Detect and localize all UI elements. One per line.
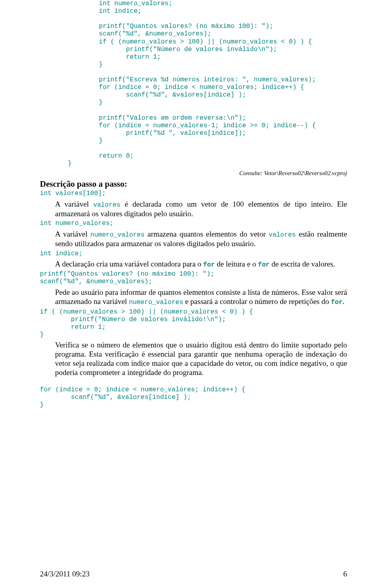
text: A declaração cria uma variável contadora… xyxy=(55,260,203,268)
para-valores: A variável valores é declarada como um v… xyxy=(55,199,347,219)
para-if-check: Verifica se o número de elementos que o … xyxy=(55,340,347,377)
inline-code-bold: for xyxy=(203,261,215,268)
text: de escrita de valores. xyxy=(270,260,335,268)
code-printf-scanf: printf("Quantos valores? (no máximo 100)… xyxy=(40,270,347,286)
text: de leitura e o xyxy=(215,260,258,268)
page-footer: 24/3/2011 09:23 6 xyxy=(40,570,347,578)
para-indice: A declaração cria uma variável contadora… xyxy=(55,259,347,269)
inline-code: numero_valores xyxy=(129,299,183,306)
para-printf-scanf: Pede ao usuário para informar de quantos… xyxy=(55,288,347,307)
text: A variável xyxy=(55,200,93,208)
footer-timestamp: 24/3/2011 09:23 xyxy=(40,570,89,578)
consult-path: Consulte: Vetor\Reverso02\Reverso02.vcpr… xyxy=(40,170,347,177)
inline-code-bold: for xyxy=(258,261,270,268)
text: armazena quantos elementos do vetor xyxy=(145,230,269,238)
code-block-top: int numero_valores; int indice; printf("… xyxy=(40,0,347,168)
code-for-scan: for (indice = 0; indice < numero_valores… xyxy=(40,386,347,409)
footer-page-number: 6 xyxy=(344,570,347,578)
text: e passará a controlar o número de repeti… xyxy=(183,297,331,306)
code-decl-numero-valores: int numero_valores; xyxy=(40,220,347,227)
code-if-check: if ( (numero_valores > 100) || (numero_v… xyxy=(40,308,347,339)
inline-code-bold: for xyxy=(331,299,342,306)
code-decl-indice: int indice; xyxy=(40,250,347,258)
document-page: int numero_valores; int indice; printf("… xyxy=(0,0,383,588)
para-numero-valores: A variável numero_valores armazena quant… xyxy=(55,229,347,249)
inline-code: numero_valores xyxy=(91,231,145,239)
inline-code: valores xyxy=(93,201,120,209)
spacer xyxy=(40,379,347,386)
text: . xyxy=(343,297,345,306)
inline-code: valores xyxy=(268,231,296,239)
text: A variável xyxy=(55,230,91,238)
code-decl-valores: int valores[100]; xyxy=(40,190,347,197)
section-heading: Descrição passo a passo: xyxy=(40,179,347,189)
